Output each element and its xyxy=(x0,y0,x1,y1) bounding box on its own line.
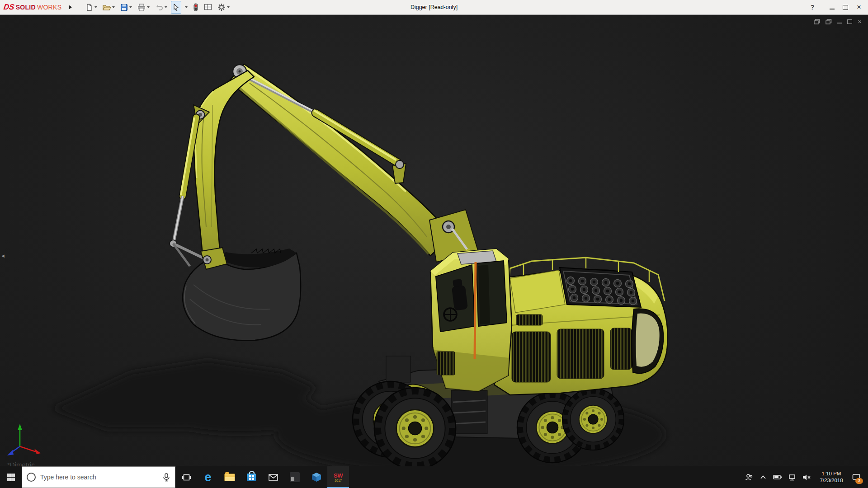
save-icon xyxy=(120,4,128,11)
open-button[interactable] xyxy=(101,1,117,14)
chevron-up-icon xyxy=(760,475,766,479)
clock-date: 7/23/2018 xyxy=(814,477,849,484)
brand-name-bold: SOLID xyxy=(16,4,36,11)
doc-close-icon[interactable]: × xyxy=(858,18,862,25)
stick-arm[interactable] xyxy=(170,70,254,266)
doc-minimize-icon[interactable] xyxy=(837,19,842,23)
print-dropdown[interactable] xyxy=(147,6,150,8)
graphics-viewport[interactable]: × ◄ *Dimetric xyxy=(0,14,868,466)
notification-badge: 3 xyxy=(855,478,863,484)
microphone-icon[interactable] xyxy=(162,473,170,482)
cortana-icon xyxy=(27,473,36,482)
task-view-icon xyxy=(182,474,191,481)
new-document-button[interactable] xyxy=(84,1,99,14)
select-tool-button[interactable] xyxy=(171,1,181,14)
panel-expand-arrow[interactable]: ◄ xyxy=(0,253,5,258)
print-button[interactable] xyxy=(136,1,151,14)
doc-cascade-icon[interactable] xyxy=(814,19,820,24)
rebuild-icon xyxy=(193,3,198,11)
brand-name-light: WORKS xyxy=(37,4,61,11)
cad-cube-icon xyxy=(311,472,321,482)
cad-cube-app-button[interactable] xyxy=(306,466,327,488)
taskbar-clock[interactable]: 1:10 PM 7/23/2018 xyxy=(814,470,849,484)
store-button[interactable] xyxy=(241,466,262,488)
excavator-3d-model[interactable] xyxy=(0,14,868,466)
people-button[interactable] xyxy=(741,466,756,488)
sw-year: 2017 xyxy=(335,479,342,482)
document-window-controls: × xyxy=(814,18,862,25)
doc-tile-icon[interactable] xyxy=(826,19,832,24)
edge-browser-button[interactable]: e xyxy=(197,466,219,488)
undo-icon xyxy=(155,4,163,11)
store-icon xyxy=(247,474,256,481)
select-tool-dropdown[interactable] xyxy=(183,1,189,14)
engine-housing[interactable] xyxy=(495,258,668,395)
media-app-icon xyxy=(289,472,300,483)
view-orientation-label: *Dimetric xyxy=(7,461,35,466)
solidworks-window: DS SOLIDWORKS xyxy=(0,0,868,488)
select-dropdown-caret xyxy=(185,6,188,8)
quick-access-toolbar xyxy=(84,1,231,14)
doc-restore-icon[interactable] xyxy=(847,19,852,24)
open-dropdown[interactable] xyxy=(112,6,115,8)
display-settings-icon xyxy=(204,4,212,11)
triad-z-axis xyxy=(7,450,14,455)
select-cursor-icon xyxy=(173,4,179,11)
minimize-button[interactable] xyxy=(826,0,838,14)
solidworks-2017-icon: SW 2017 xyxy=(334,473,343,482)
new-document-icon xyxy=(85,4,93,11)
title-bar: DS SOLIDWORKS xyxy=(0,0,868,15)
orientation-triad[interactable] xyxy=(3,420,44,464)
toolbar-flyout-arrow-icon[interactable] xyxy=(69,5,72,9)
file-explorer-button[interactable] xyxy=(219,466,241,488)
tray-overflow-button[interactable] xyxy=(756,466,770,488)
action-center-button[interactable]: 3 xyxy=(849,466,863,488)
network-button[interactable] xyxy=(785,466,799,488)
save-dropdown[interactable] xyxy=(129,6,132,8)
start-button[interactable] xyxy=(0,466,22,488)
windows-taskbar: e SW 2017 xyxy=(0,466,868,488)
restore-icon xyxy=(843,5,848,10)
file-explorer-icon xyxy=(224,474,235,481)
network-icon xyxy=(788,474,796,481)
close-button[interactable]: × xyxy=(853,0,865,14)
volume-button[interactable] xyxy=(799,466,814,488)
task-view-button[interactable] xyxy=(175,466,197,488)
minimize-icon xyxy=(830,5,835,9)
people-icon xyxy=(745,474,753,481)
restore-button[interactable] xyxy=(839,0,852,14)
options-gear-icon xyxy=(217,3,226,11)
help-button[interactable]: ? xyxy=(807,4,818,11)
edge-browser-icon: e xyxy=(204,471,211,483)
boom-arm[interactable] xyxy=(229,64,478,266)
mail-button[interactable] xyxy=(262,466,284,488)
display-settings-button[interactable] xyxy=(202,1,214,14)
media-app-button[interactable] xyxy=(284,466,306,488)
new-document-dropdown[interactable] xyxy=(94,6,97,8)
sw-letters: SW xyxy=(334,473,343,479)
options-dropdown[interactable] xyxy=(227,6,230,8)
bucket[interactable] xyxy=(183,248,301,341)
ds-monogram-icon: DS xyxy=(3,3,15,12)
taskbar-search[interactable] xyxy=(22,466,175,488)
open-icon xyxy=(103,4,111,11)
document-title: Digger [Read-only] xyxy=(410,0,458,14)
window-controls: ? × xyxy=(807,0,865,14)
save-button[interactable] xyxy=(118,1,134,14)
battery-button[interactable] xyxy=(770,466,785,488)
triad-y-axis xyxy=(18,424,22,430)
undo-dropdown[interactable] xyxy=(165,6,167,8)
print-icon xyxy=(137,4,146,11)
solidworks-2017-button[interactable]: SW 2017 xyxy=(327,466,349,488)
undo-button[interactable] xyxy=(153,1,169,14)
search-input[interactable] xyxy=(39,473,159,481)
clock-time: 1:10 PM xyxy=(814,470,849,477)
volume-muted-icon xyxy=(802,474,811,481)
mail-icon xyxy=(269,474,278,481)
cab-orange-stripe xyxy=(475,262,476,359)
options-button[interactable] xyxy=(216,1,231,14)
system-tray: 1:10 PM 7/23/2018 3 xyxy=(741,466,868,488)
solidworks-logo: DS SOLIDWORKS xyxy=(4,3,61,12)
rebuild-button[interactable] xyxy=(191,1,200,14)
battery-icon xyxy=(773,474,782,480)
